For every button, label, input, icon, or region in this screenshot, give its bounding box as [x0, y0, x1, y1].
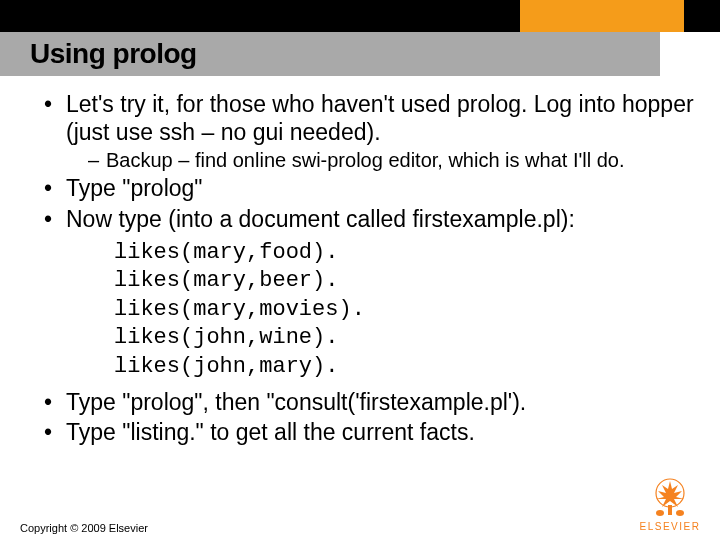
- title-bar: Using prolog: [0, 32, 660, 76]
- sub-bullet-item: Backup – find online swi-prolog editor, …: [88, 148, 700, 172]
- header-bar: [0, 0, 720, 32]
- content-area: Let's try it, for those who haven't used…: [0, 76, 720, 446]
- elsevier-logo: ELSEVIER: [636, 475, 704, 532]
- bullet-text: Let's try it, for those who haven't used…: [66, 91, 694, 145]
- bullet-item: Now type (into a document called firstex…: [44, 205, 700, 382]
- bullet-item: Type "prolog", then "consult('firstexamp…: [44, 388, 700, 416]
- sub-bullet-list: Backup – find online swi-prolog editor, …: [66, 148, 700, 172]
- bullet-text: Type "prolog", then "consult('firstexamp…: [66, 389, 526, 415]
- bullet-item: Type "prolog": [44, 174, 700, 202]
- sub-bullet-text: Backup – find online swi-prolog editor, …: [106, 149, 625, 171]
- tree-icon: [648, 475, 692, 519]
- bullet-item: Type "listing." to get all the current f…: [44, 418, 700, 446]
- main-bullet-list: Let's try it, for those who haven't used…: [20, 90, 700, 446]
- bullet-text: Type "listing." to get all the current f…: [66, 419, 475, 445]
- svg-point-3: [676, 510, 684, 516]
- code-block: likes(mary,food). likes(mary,beer). like…: [66, 239, 700, 382]
- bullet-text: Type "prolog": [66, 175, 203, 201]
- slide-title: Using prolog: [30, 38, 197, 70]
- svg-point-2: [656, 510, 664, 516]
- orange-accent-box: [520, 0, 684, 32]
- bullet-item: Let's try it, for those who haven't used…: [44, 90, 700, 172]
- bullet-text: Now type (into a document called firstex…: [66, 206, 575, 232]
- logo-text: ELSEVIER: [636, 521, 704, 532]
- copyright-footer: Copyright © 2009 Elsevier: [20, 522, 148, 534]
